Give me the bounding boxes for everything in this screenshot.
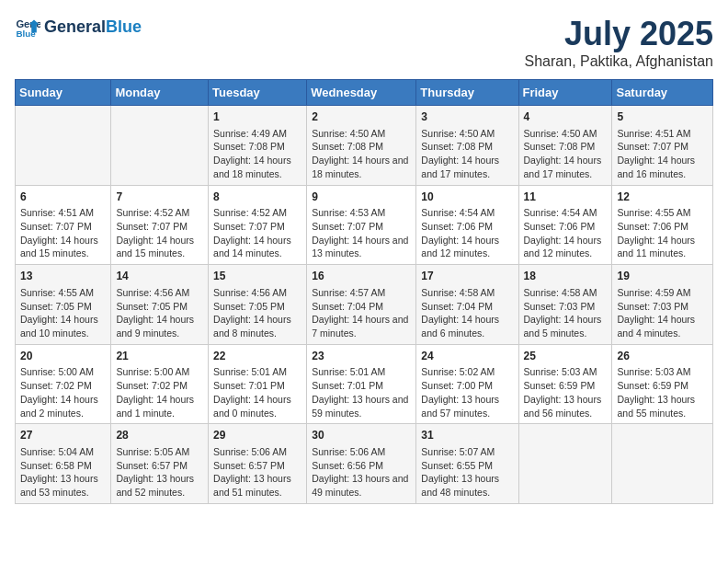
day-info: Sunrise: 5:03 AMSunset: 6:59 PMDaylight:… <box>524 365 608 419</box>
day-info: Sunrise: 5:02 AMSunset: 7:00 PMDaylight:… <box>421 365 513 419</box>
day-number: 29 <box>213 428 301 443</box>
calendar-cell: 6Sunrise: 4:51 AMSunset: 7:07 PMDaylight… <box>16 185 111 265</box>
weekday-header-friday: Friday <box>518 80 612 106</box>
calendar-cell: 13Sunrise: 4:55 AMSunset: 7:05 PMDayligh… <box>16 265 111 345</box>
day-info: Sunrise: 4:50 AMSunset: 7:08 PMDaylight:… <box>524 127 608 181</box>
day-info: Sunrise: 5:00 AMSunset: 7:02 PMDaylight:… <box>20 365 106 419</box>
calendar-week-3: 13Sunrise: 4:55 AMSunset: 7:05 PMDayligh… <box>16 265 713 345</box>
calendar-cell: 23Sunrise: 5:01 AMSunset: 7:01 PMDayligh… <box>307 344 416 424</box>
weekday-header-wednesday: Wednesday <box>307 80 416 106</box>
calendar-cell: 11Sunrise: 4:54 AMSunset: 7:06 PMDayligh… <box>518 185 612 265</box>
day-info: Sunrise: 5:05 AMSunset: 6:57 PMDaylight:… <box>116 445 203 500</box>
calendar-cell: 17Sunrise: 4:58 AMSunset: 7:04 PMDayligh… <box>416 265 518 345</box>
calendar-cell: 27Sunrise: 5:04 AMSunset: 6:58 PMDayligh… <box>16 424 111 504</box>
day-info: Sunrise: 5:00 AMSunset: 7:02 PMDaylight:… <box>116 365 203 419</box>
calendar-cell: 2Sunrise: 4:50 AMSunset: 7:08 PMDaylight… <box>307 106 416 186</box>
subtitle: Sharan, Paktika, Afghanistan <box>525 53 713 70</box>
day-number: 7 <box>116 190 203 205</box>
day-number: 31 <box>421 428 513 443</box>
day-number: 28 <box>116 428 203 443</box>
calendar-cell: 20Sunrise: 5:00 AMSunset: 7:02 PMDayligh… <box>16 344 111 424</box>
calendar-cell: 31Sunrise: 5:07 AMSunset: 6:55 PMDayligh… <box>416 424 518 504</box>
weekday-header-thursday: Thursday <box>416 80 518 106</box>
calendar-cell: 29Sunrise: 5:06 AMSunset: 6:57 PMDayligh… <box>209 424 307 504</box>
calendar-cell: 8Sunrise: 4:52 AMSunset: 7:07 PMDaylight… <box>209 185 307 265</box>
calendar-week-4: 20Sunrise: 5:00 AMSunset: 7:02 PMDayligh… <box>16 344 713 424</box>
page-header: General Blue GeneralBlue July 2025 Shara… <box>15 15 713 70</box>
calendar-week-5: 27Sunrise: 5:04 AMSunset: 6:58 PMDayligh… <box>16 424 713 504</box>
logo-icon: General Blue <box>15 15 40 40</box>
weekday-header-monday: Monday <box>111 80 209 106</box>
day-number: 23 <box>312 349 411 364</box>
calendar-week-1: 1Sunrise: 4:49 AMSunset: 7:08 PMDaylight… <box>16 106 713 186</box>
day-number: 19 <box>617 269 708 284</box>
day-info: Sunrise: 4:56 AMSunset: 7:05 PMDaylight:… <box>116 286 203 340</box>
day-number: 13 <box>20 269 106 284</box>
day-number: 3 <box>421 109 513 125</box>
day-info: Sunrise: 4:57 AMSunset: 7:04 PMDaylight:… <box>312 286 411 340</box>
calendar-cell: 28Sunrise: 5:05 AMSunset: 6:57 PMDayligh… <box>111 424 209 504</box>
calendar-cell: 4Sunrise: 4:50 AMSunset: 7:08 PMDaylight… <box>518 106 612 186</box>
day-info: Sunrise: 4:58 AMSunset: 7:03 PMDaylight:… <box>524 286 608 340</box>
day-number: 24 <box>421 349 513 364</box>
calendar-cell: 9Sunrise: 4:53 AMSunset: 7:07 PMDaylight… <box>307 185 416 265</box>
day-info: Sunrise: 4:52 AMSunset: 7:07 PMDaylight:… <box>213 206 301 260</box>
day-number: 6 <box>20 190 106 205</box>
day-number: 14 <box>116 269 203 284</box>
calendar-cell: 26Sunrise: 5:03 AMSunset: 6:59 PMDayligh… <box>612 344 713 424</box>
day-number: 8 <box>213 190 301 205</box>
title-block: July 2025 Sharan, Paktika, Afghanistan <box>525 15 713 70</box>
weekday-header-sunday: Sunday <box>16 80 111 106</box>
day-number: 18 <box>524 269 608 284</box>
day-number: 20 <box>20 349 106 364</box>
day-info: Sunrise: 4:55 AMSunset: 7:06 PMDaylight:… <box>617 206 708 260</box>
day-number: 21 <box>116 349 203 364</box>
day-info: Sunrise: 4:53 AMSunset: 7:07 PMDaylight:… <box>312 206 411 260</box>
day-info: Sunrise: 5:01 AMSunset: 7:01 PMDaylight:… <box>213 365 301 419</box>
day-info: Sunrise: 4:58 AMSunset: 7:04 PMDaylight:… <box>421 286 513 340</box>
calendar-cell: 1Sunrise: 4:49 AMSunset: 7:08 PMDaylight… <box>209 106 307 186</box>
day-info: Sunrise: 5:06 AMSunset: 6:56 PMDaylight:… <box>312 445 411 500</box>
day-number: 5 <box>617 109 708 125</box>
day-info: Sunrise: 4:54 AMSunset: 7:06 PMDaylight:… <box>421 206 513 260</box>
calendar-cell <box>612 424 713 504</box>
day-info: Sunrise: 4:55 AMSunset: 7:05 PMDaylight:… <box>20 286 106 340</box>
calendar-cell: 10Sunrise: 4:54 AMSunset: 7:06 PMDayligh… <box>416 185 518 265</box>
logo: General Blue GeneralBlue <box>15 15 142 40</box>
calendar-cell <box>518 424 612 504</box>
day-number: 27 <box>20 428 106 443</box>
day-info: Sunrise: 5:03 AMSunset: 6:59 PMDaylight:… <box>617 365 708 419</box>
calendar-week-2: 6Sunrise: 4:51 AMSunset: 7:07 PMDaylight… <box>16 185 713 265</box>
calendar-cell <box>16 106 111 186</box>
day-info: Sunrise: 5:07 AMSunset: 6:55 PMDaylight:… <box>421 445 513 500</box>
weekday-header-saturday: Saturday <box>612 80 713 106</box>
calendar-cell: 19Sunrise: 4:59 AMSunset: 7:03 PMDayligh… <box>612 265 713 345</box>
day-info: Sunrise: 4:54 AMSunset: 7:06 PMDaylight:… <box>524 206 608 260</box>
calendar-cell: 7Sunrise: 4:52 AMSunset: 7:07 PMDaylight… <box>111 185 209 265</box>
calendar-cell: 22Sunrise: 5:01 AMSunset: 7:01 PMDayligh… <box>209 344 307 424</box>
day-number: 11 <box>524 190 608 205</box>
day-info: Sunrise: 4:50 AMSunset: 7:08 PMDaylight:… <box>421 127 513 181</box>
day-info: Sunrise: 4:51 AMSunset: 7:07 PMDaylight:… <box>20 206 106 260</box>
day-number: 9 <box>312 190 411 205</box>
day-info: Sunrise: 5:06 AMSunset: 6:57 PMDaylight:… <box>213 445 301 500</box>
day-info: Sunrise: 4:52 AMSunset: 7:07 PMDaylight:… <box>116 206 203 260</box>
main-title: July 2025 <box>525 15 713 53</box>
calendar-cell: 16Sunrise: 4:57 AMSunset: 7:04 PMDayligh… <box>307 265 416 345</box>
calendar-cell: 30Sunrise: 5:06 AMSunset: 6:56 PMDayligh… <box>307 424 416 504</box>
day-number: 26 <box>617 349 708 364</box>
calendar-table: SundayMondayTuesdayWednesdayThursdayFrid… <box>15 79 713 504</box>
day-number: 25 <box>524 349 608 364</box>
day-number: 4 <box>524 109 608 125</box>
day-info: Sunrise: 5:04 AMSunset: 6:58 PMDaylight:… <box>20 445 106 500</box>
day-number: 1 <box>213 109 301 125</box>
calendar-cell: 14Sunrise: 4:56 AMSunset: 7:05 PMDayligh… <box>111 265 209 345</box>
day-info: Sunrise: 4:51 AMSunset: 7:07 PMDaylight:… <box>617 127 708 181</box>
calendar-cell: 25Sunrise: 5:03 AMSunset: 6:59 PMDayligh… <box>518 344 612 424</box>
day-number: 30 <box>312 428 411 443</box>
day-number: 17 <box>421 269 513 284</box>
calendar-cell: 21Sunrise: 5:00 AMSunset: 7:02 PMDayligh… <box>111 344 209 424</box>
day-number: 12 <box>617 190 708 205</box>
day-number: 15 <box>213 269 301 284</box>
calendar-cell: 12Sunrise: 4:55 AMSunset: 7:06 PMDayligh… <box>612 185 713 265</box>
